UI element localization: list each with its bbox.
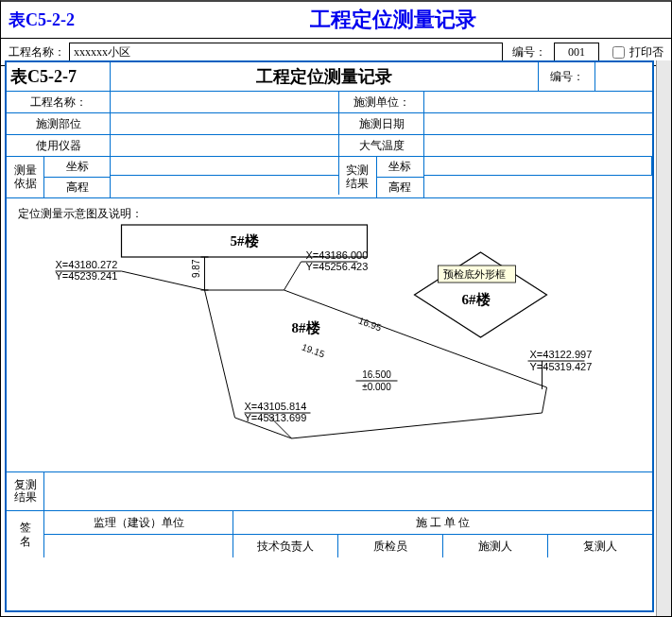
coord-x4: X=43105.814: [245, 401, 307, 412]
val-surveyunit: [424, 92, 652, 112]
header-table-code: 表C5-2-2: [9, 9, 122, 31]
proj-name-label: 工程名称：: [9, 44, 65, 60]
row-instrument: 使用仪器 大气温度: [7, 135, 652, 157]
lbl-surveyor: 施测人: [443, 535, 548, 557]
app-window: 表C5-2-2 工程定位测量记录 工程名称： 编号： 打印否 表C5-2-7 工…: [0, 0, 672, 617]
lbl-instrument: 使用仪器: [7, 135, 111, 156]
coord-y4: Y=45313.699: [245, 412, 307, 423]
val-instrument: [111, 135, 339, 156]
coord-x2: X=43186.000: [306, 249, 369, 261]
diagram-svg: 5#楼 X=43180.272 Y=45239.241 9.87 X=43186…: [7, 219, 652, 470]
row-projname: 工程名称： 施测单位：: [7, 92, 652, 113]
coord-x1: X=43180.272: [56, 259, 118, 270]
print-label-text: 打印否: [629, 44, 663, 60]
lbl-actual: 实测 结果: [339, 157, 377, 197]
val-elev2: [424, 176, 653, 195]
val-coord2: [424, 157, 653, 176]
dim-1915: 19.15: [301, 342, 327, 360]
lbl-elev1: 高程: [44, 178, 111, 197]
val-review: [44, 472, 652, 510]
svg-line-6: [284, 262, 302, 290]
lbl-coord2: 坐标: [377, 157, 424, 178]
sig-header-row: 签 名 监理（建设）单位 施 工 单 位 技术负责人 质检员 施测人 复测人: [7, 511, 652, 557]
lbl-coord1: 坐标: [44, 157, 111, 178]
coord-y3: Y=45319.427: [530, 361, 593, 372]
form-serial-label: 编号：: [539, 62, 595, 91]
row-review: 复测 结果: [7, 472, 652, 511]
val-surveydate: [424, 113, 652, 134]
coord-y1: Y=45239.241: [56, 270, 118, 282]
proj-name-input[interactable]: [69, 43, 503, 61]
form-title-row: 表C5-2-7 工程定位测量记录 编号：: [7, 62, 652, 92]
val-elev1: [111, 176, 339, 195]
print-checkbox[interactable]: [612, 46, 625, 59]
lbl-elev2: 高程: [377, 178, 424, 197]
row-surveypart: 施测部位 施测日期: [7, 113, 652, 135]
val-coord1: [111, 157, 339, 176]
lbl-reviewer: 复测人: [548, 535, 652, 557]
lbl-projname: 工程名称：: [7, 92, 111, 112]
frac-top: 16.500: [362, 369, 391, 380]
lbl-review: 复测 结果: [7, 472, 44, 510]
val-supervise: [44, 535, 233, 557]
tooltip-text: 预检底外形框: [443, 268, 506, 280]
building-8-label: 8#楼: [292, 320, 321, 335]
lbl-surveypart: 施测部位: [7, 113, 111, 134]
form-serial-value: [595, 62, 652, 91]
lbl-surveyunit: 施测单位：: [339, 92, 424, 112]
serial-label: 编号：: [512, 44, 546, 60]
dim-1695: 16.95: [357, 316, 384, 334]
val-surveypart: [111, 113, 339, 134]
row-basis-actual: 测量 依据 坐标 高程 实测 结果 坐标 高程: [7, 157, 652, 198]
lbl-tech: 技术负责人: [233, 535, 338, 557]
building-6-label: 6#楼: [462, 292, 491, 307]
val-projname: [111, 92, 339, 112]
lbl-construct: 施 工 单 位: [233, 511, 652, 534]
lbl-surveydate: 施测日期: [339, 113, 424, 134]
header-title: 工程定位测量记录: [122, 6, 663, 34]
building-5-label: 5#楼: [231, 233, 260, 249]
form-area: 表C5-2-7 工程定位测量记录 编号： 工程名称： 施测单位： 施测部位 施测…: [5, 60, 654, 612]
coord-x3: X=43122.997: [530, 349, 593, 360]
print-checkbox-label[interactable]: 打印否: [609, 43, 663, 61]
form-title: 工程定位测量记录: [111, 62, 539, 91]
diagram-zone: 定位测量示意图及说明： 5#楼 X=43180.272 Y=45239.241 …: [7, 198, 652, 472]
lbl-sign: 签 名: [7, 511, 44, 557]
serial-input[interactable]: [554, 43, 599, 61]
form-table-code: 表C5-2-7: [10, 65, 77, 88]
lbl-qc: 质检员: [338, 535, 443, 557]
coord-y2: Y=45256.423: [306, 261, 369, 272]
lbl-airtemp: 大气温度: [339, 135, 424, 156]
lbl-supervise: 监理（建设）单位: [44, 511, 233, 534]
frac-bot: ±0.000: [362, 382, 391, 392]
val-airtemp: [424, 135, 652, 156]
app-header: 表C5-2-2 工程定位测量记录: [1, 2, 671, 39]
dim-987: 9.87: [191, 259, 201, 278]
vertical-scrollbar[interactable]: [656, 60, 671, 616]
lbl-basis: 测量 依据: [7, 157, 44, 197]
